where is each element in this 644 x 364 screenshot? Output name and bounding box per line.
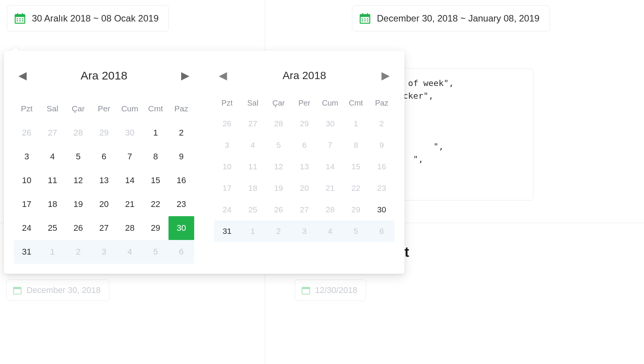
calendar-day[interactable]: 4 [240, 134, 266, 156]
calendar-day[interactable]: 8 [143, 145, 168, 169]
calendar-day[interactable]: 17 [14, 192, 40, 216]
calendar-day[interactable]: 19 [65, 192, 91, 216]
calendar-day[interactable]: 19 [266, 177, 291, 199]
svg-rect-16 [367, 18, 368, 20]
calendar-day[interactable]: 30 [317, 113, 343, 134]
calendar-day[interactable]: 23 [369, 177, 395, 199]
calendar-day[interactable]: 26 [266, 199, 291, 220]
calendar-day[interactable]: 6 [168, 240, 194, 264]
calendar-day[interactable]: 5 [343, 220, 369, 242]
calendar-day[interactable]: 15 [343, 156, 369, 177]
date-picker-ghost-right[interactable]: 12/30/2018 [295, 280, 366, 301]
calendar-day[interactable]: 30 [117, 121, 143, 145]
date-range-input-english[interactable]: December 30, 2018 ~ January 08, 2019 [352, 5, 550, 31]
calendar-day[interactable]: 27 [291, 199, 317, 220]
calendar-day[interactable]: 21 [317, 177, 343, 199]
calendar-day[interactable]: 29 [343, 199, 369, 220]
svg-rect-5 [19, 18, 21, 20]
calendar-day[interactable]: 15 [143, 169, 168, 192]
date-range-input-turkish[interactable]: 30 Aralık 2018 ~ 08 Ocak 2019 [7, 5, 169, 31]
calendar-day[interactable]: 1 [343, 113, 369, 134]
calendar-day[interactable]: 9 [168, 145, 194, 169]
calendar-day[interactable]: 26 [14, 121, 40, 145]
calendar-day[interactable]: 2 [168, 121, 194, 145]
calendar-day[interactable]: 18 [40, 192, 65, 216]
calendar-day[interactable]: 18 [240, 177, 266, 199]
calendar-day[interactable]: 17 [214, 177, 240, 199]
date-picker-ghost-left[interactable]: December 30, 2018 [6, 280, 109, 301]
calendar-day[interactable]: 22 [143, 192, 168, 216]
calendar-day[interactable]: 10 [214, 156, 240, 177]
next-month-button[interactable]: ▶ [178, 68, 193, 83]
calendar-day[interactable]: 28 [266, 113, 291, 134]
calendar-day[interactable]: 28 [65, 121, 91, 145]
calendar-day[interactable]: 5 [143, 240, 168, 264]
date-range-value: 30 Aralık 2018 ~ 08 Ocak 2019 [32, 13, 159, 24]
prev-month-button[interactable]: ◀ [15, 68, 30, 83]
calendar-day[interactable]: 3 [14, 145, 40, 169]
calendar-day[interactable]: 5 [266, 134, 291, 156]
svg-rect-13 [367, 13, 368, 15]
calendar-day[interactable]: 6 [291, 134, 317, 156]
calendar-day[interactable]: 2 [266, 220, 291, 242]
calendar-day[interactable]: 20 [91, 192, 117, 216]
calendar-day[interactable]: 20 [291, 177, 317, 199]
calendar-day[interactable]: 25 [40, 216, 65, 240]
calendar-day[interactable]: 9 [369, 134, 395, 156]
calendar-day[interactable]: 31 [214, 220, 240, 242]
calendar-day[interactable]: 4 [117, 240, 143, 264]
calendar-day[interactable]: 4 [40, 145, 65, 169]
calendar-day[interactable]: 14 [117, 169, 143, 192]
calendar-day[interactable]: 26 [65, 216, 91, 240]
calendar-day[interactable]: 6 [369, 220, 395, 242]
calendar-day[interactable]: 16 [168, 169, 194, 192]
calendar-day[interactable]: 7 [317, 134, 343, 156]
calendar-day[interactable]: 13 [91, 169, 117, 192]
code-snippet-text: of week", cker", ", ", [403, 77, 454, 165]
calendar-day[interactable]: 12 [65, 169, 91, 192]
calendar-day[interactable]: 10 [14, 169, 40, 192]
weekday-header: Cum [117, 100, 143, 121]
calendar-day[interactable]: 14 [317, 156, 343, 177]
calendar-day[interactable]: 27 [240, 113, 266, 134]
calendar-day[interactable]: 30 [369, 199, 395, 220]
calendar-day[interactable]: 27 [91, 216, 117, 240]
calendar-day[interactable]: 31 [14, 240, 40, 264]
calendar-day[interactable]: 3 [214, 134, 240, 156]
calendar-day[interactable]: 27 [40, 121, 65, 145]
calendar-day[interactable]: 16 [369, 156, 395, 177]
calendar-day[interactable]: 26 [214, 113, 240, 134]
calendar-day[interactable]: 11 [240, 156, 266, 177]
calendar-day[interactable]: 3 [91, 240, 117, 264]
calendar-day[interactable]: 13 [291, 156, 317, 177]
calendar-day[interactable]: 28 [317, 199, 343, 220]
calendar-day[interactable]: 21 [117, 192, 143, 216]
calendar-day[interactable]: 1 [240, 220, 266, 242]
calendar-day[interactable]: 1 [40, 240, 65, 264]
calendar-day[interactable]: 7 [117, 145, 143, 169]
calendar-day[interactable]: 1 [143, 121, 168, 145]
calendar-day[interactable]: 12 [266, 156, 291, 177]
calendar-day[interactable]: 28 [117, 216, 143, 240]
calendar-day[interactable]: 6 [91, 145, 117, 169]
calendar-day[interactable]: 29 [143, 216, 168, 240]
calendar-day[interactable]: 29 [291, 113, 317, 134]
calendar-day[interactable]: 11 [40, 169, 65, 192]
calendar-day[interactable]: 23 [168, 192, 194, 216]
calendar-day[interactable]: 2 [369, 113, 395, 134]
calendar-day[interactable]: 2 [65, 240, 91, 264]
calendar-day[interactable]: 30 [168, 216, 194, 240]
calendar-day[interactable]: 29 [91, 121, 117, 145]
calendar-day[interactable]: 5 [65, 145, 91, 169]
calendar-day[interactable]: 22 [343, 177, 369, 199]
calendar-day[interactable]: 24 [14, 216, 40, 240]
calendar-day[interactable]: 24 [214, 199, 240, 220]
calendar-day[interactable]: 25 [240, 199, 266, 220]
svg-rect-21 [13, 287, 21, 289]
calendar-day[interactable]: 3 [291, 220, 317, 242]
calendar-day[interactable]: 8 [343, 134, 369, 156]
weekday-header: Cmt [343, 96, 369, 113]
calendar-day[interactable]: 4 [317, 220, 343, 242]
prev-month-button[interactable]: ◀ [216, 68, 230, 83]
next-month-button[interactable]: ▶ [378, 68, 393, 83]
